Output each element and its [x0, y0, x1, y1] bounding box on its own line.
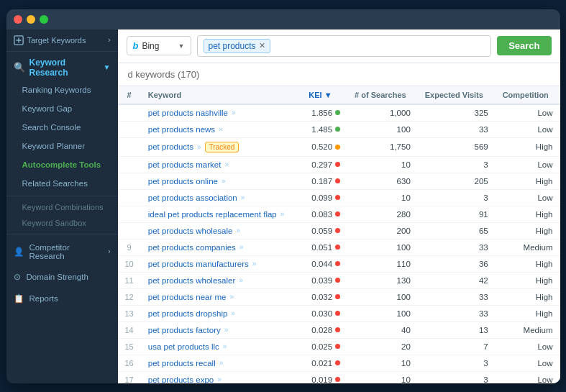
col-visits[interactable]: Expected Visits	[418, 86, 496, 104]
kei-dot	[335, 377, 340, 382]
col-kei[interactable]: KEI ▼	[301, 86, 347, 104]
keyword-link[interactable]: pet products companies	[148, 243, 236, 252]
sidebar-item-keyword-sandbox[interactable]: Keyword Sandbox	[6, 215, 118, 231]
keyword-link[interactable]: pet products expo	[148, 375, 214, 383]
keywords-table: # Keyword KEI ▼ # of Searches	[118, 86, 560, 383]
minimize-button[interactable]	[27, 15, 35, 24]
row-visits: 325	[418, 104, 496, 122]
keyword-arrow-icon: »	[239, 276, 243, 284]
sidebar-item-keyword-combinations[interactable]: Keyword Combinations	[6, 199, 118, 215]
sidebar-item-reports[interactable]: 📋 Reports	[6, 288, 118, 309]
row-competition: Low	[496, 121, 560, 137]
row-searches: 10	[347, 156, 418, 173]
row-competition: High	[496, 255, 560, 272]
row-num	[118, 121, 141, 137]
row-keyword: pet products companies »	[141, 239, 302, 255]
keyword-arrow-icon: »	[222, 177, 226, 185]
row-keyword: pet products association »	[141, 189, 302, 206]
sidebar-item-search-console[interactable]: Search Console	[6, 118, 118, 137]
kei-dot	[335, 178, 340, 183]
col-searches[interactable]: # of Searches	[347, 86, 418, 104]
keyword-link[interactable]: pet products factory	[148, 326, 221, 334]
sidebar-item-ranking-keywords[interactable]: Ranking Keywords	[6, 81, 118, 99]
row-searches: 200	[347, 222, 418, 239]
sidebar-item-keyword-planner[interactable]: Keyword Planner	[6, 137, 118, 155]
keyword-link[interactable]: pet products online	[148, 177, 218, 186]
table-row: pet products market » 0.297 10 3 Low	[118, 156, 560, 173]
row-keyword: pet products recall »	[141, 355, 302, 371]
sidebar-item-autocomplete-tools[interactable]: Autocomplete Tools	[6, 155, 118, 174]
sidebar-item-related-searches[interactable]: Related Searches	[6, 174, 118, 193]
row-searches: 280	[347, 206, 418, 222]
col-keyword[interactable]: Keyword	[141, 86, 302, 104]
keyword-arrow-icon: »	[252, 260, 257, 268]
kei-dot	[335, 110, 340, 115]
search-button[interactable]: Search	[497, 36, 551, 55]
row-searches: 1,000	[347, 104, 418, 122]
row-num	[118, 137, 141, 156]
keyword-link[interactable]: pet products news	[148, 125, 215, 134]
maximize-button[interactable]	[40, 15, 48, 24]
keyword-link[interactable]: pet products market	[148, 160, 222, 169]
row-visits: 33	[418, 288, 496, 305]
search-input[interactable]	[275, 41, 485, 51]
row-searches: 130	[347, 272, 418, 288]
keyword-link[interactable]: pet products recall	[148, 359, 216, 368]
kei-value: 0.187	[311, 177, 332, 186]
row-searches: 40	[347, 322, 418, 338]
row-searches: 100	[347, 305, 418, 322]
keyword-arrow-icon: »	[231, 309, 235, 317]
keyword-arrow-icon: »	[229, 293, 234, 301]
search-tag-close[interactable]: ✕	[259, 41, 265, 50]
search-tag-text: pet products	[209, 41, 256, 51]
row-keyword: pet products wholesaler »	[141, 272, 302, 288]
keyword-link[interactable]: pet products association	[148, 193, 237, 202]
col-competition[interactable]: Competition	[496, 86, 560, 104]
keyword-arrow-icon: »	[232, 109, 236, 117]
keyword-link[interactable]: pet products wholesale	[148, 227, 233, 235]
keyword-arrow-icon: »	[217, 375, 222, 383]
kei-dot	[335, 278, 340, 283]
row-keyword: pet products news »	[141, 121, 302, 137]
kei-dot	[335, 344, 340, 349]
app-window: Target Keywords › 🔍 Keyword Research ▼ R…	[6, 9, 560, 383]
keyword-link[interactable]: pet products nashville	[148, 109, 228, 117]
close-button[interactable]	[14, 15, 22, 24]
keyword-link[interactable]: pet products manufacturers	[148, 260, 249, 268]
row-searches: 110	[347, 255, 418, 272]
row-visits: 3	[418, 156, 496, 173]
keyword-research-section[interactable]: 🔍 Keyword Research ▼	[6, 52, 118, 81]
table-row: 16 pet products recall » 0.021 10 3 Low	[118, 355, 560, 371]
row-kei: 0.025	[301, 338, 347, 355]
keyword-link[interactable]: pet products	[148, 142, 193, 151]
keywords-table-container[interactable]: # Keyword KEI ▼ # of Searches	[118, 86, 560, 383]
engine-name: Bing	[142, 41, 159, 51]
search-box[interactable]: pet products ✕	[197, 35, 492, 57]
engine-select[interactable]: b Bing ▼	[127, 36, 191, 55]
row-kei: 0.083	[301, 206, 347, 222]
keyword-link[interactable]: pet products wholesaler	[148, 276, 235, 285]
row-num	[118, 104, 141, 122]
row-visits: 3	[418, 355, 496, 371]
row-competition: High	[496, 272, 560, 288]
row-num: 17	[118, 371, 141, 383]
sidebar-item-domain-strength[interactable]: ⊙ Domain Strength	[6, 266, 118, 288]
sidebar-item-keyword-gap[interactable]: Keyword Gap	[6, 99, 118, 118]
row-num: 13	[118, 305, 141, 322]
keyword-link[interactable]: pet products near me	[148, 293, 227, 301]
row-visits: 33	[418, 239, 496, 255]
row-competition: High	[496, 206, 560, 222]
table-row: pet products » Tracked 0.520 1,750 569 H…	[118, 137, 560, 156]
row-num: 10	[118, 255, 141, 272]
keyword-link[interactable]: pet products dropship	[148, 309, 228, 318]
keyword-link[interactable]: ideal pet products replacement flap	[148, 210, 277, 219]
sidebar-item-competitor-research[interactable]: 👤 Competitor Research ›	[6, 237, 118, 266]
table-row: 12 pet products near me » 0.032 100 33 H…	[118, 288, 560, 305]
competitor-research-icon: 👤	[14, 247, 24, 257]
target-icon	[14, 35, 24, 45]
sidebar-top-section[interactable]: Target Keywords ›	[6, 29, 118, 52]
keyword-link[interactable]: usa pet products llc	[148, 342, 219, 351]
row-kei: 0.187	[301, 173, 347, 189]
sidebar-top-arrow[interactable]: ›	[108, 36, 110, 44]
row-kei: 0.019	[301, 371, 347, 383]
